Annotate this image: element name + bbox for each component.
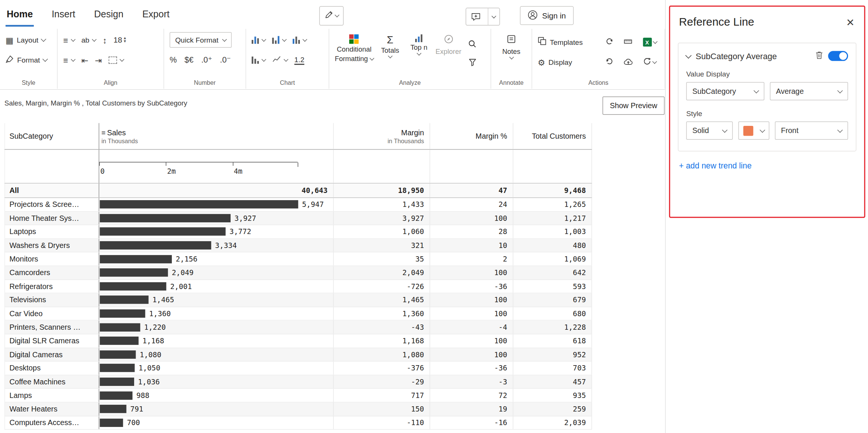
comment-dropdown[interactable] — [488, 8, 500, 25]
table-row[interactable]: Refrigerators 2,001 -726 -36 593 — [5, 280, 592, 293]
export-excel-button[interactable]: X — [640, 35, 659, 49]
sales-value: 1,168 — [142, 337, 164, 345]
pin-chart-dropdown[interactable] — [252, 52, 266, 67]
edit-mode-button[interactable] — [319, 6, 344, 25]
field-dropdown[interactable]: SubCategory — [686, 82, 764, 101]
chevron-down-icon — [837, 127, 843, 133]
sales-value: 2,156 — [176, 255, 197, 263]
line-height-icon[interactable]: ↕ — [103, 36, 107, 44]
col-total-customers[interactable]: Total Customers — [513, 123, 592, 149]
col-margin-pct[interactable]: Margin % — [429, 123, 513, 149]
add-comment-button[interactable] — [466, 8, 500, 26]
collapse-chevron-icon[interactable] — [685, 52, 692, 58]
col-sales[interactable]: ≡Sales in Thousands — [99, 123, 333, 149]
layout-dropdown[interactable]: ▦ Layout — [6, 32, 52, 47]
table-row[interactable]: Washers & Dryers 3,334 321 10 480 — [5, 239, 592, 252]
close-panel-button[interactable]: × — [844, 16, 856, 27]
table-row[interactable]: Lamps 988 717 72 935 — [5, 389, 592, 402]
show-preview-button[interactable]: Show Preview — [602, 96, 665, 115]
table-row[interactable]: Water Heaters 791 150 19 259 — [5, 402, 592, 416]
table-row[interactable]: Televisions 1,465 1,465 100 679 — [5, 294, 592, 307]
totals-button[interactable]: Σ Totals — [378, 34, 402, 58]
aggregation-dropdown[interactable]: Average — [770, 82, 848, 101]
customers-value: 952 — [513, 348, 592, 361]
indent-increase-icon[interactable]: ⇥ — [95, 56, 102, 64]
row-category: Computers Access… — [5, 416, 99, 429]
table-row[interactable]: Monitors 2,156 35 2 1,069 — [5, 252, 592, 266]
bar-chart-dropdown[interactable] — [252, 32, 266, 47]
step-down-icon[interactable]: ▾ — [124, 40, 126, 43]
currency-format-button[interactable]: $€ — [185, 55, 194, 64]
line-enabled-toggle[interactable] — [828, 51, 848, 61]
redo-button[interactable] — [602, 55, 616, 69]
row-category: Coffee Machines — [5, 375, 99, 389]
delete-line-button[interactable] — [815, 51, 823, 61]
table-row[interactable]: Digital Cameras 1,080 1,080 100 952 — [5, 348, 592, 361]
table-row[interactable]: Digital SLR Cameras 1,168 1,168 100 618 — [5, 334, 592, 348]
col-margin[interactable]: Margin in Thousands — [333, 123, 429, 149]
decrease-decimal-button[interactable]: .0⁻ — [220, 55, 231, 64]
filter-button[interactable] — [466, 57, 479, 70]
total-sales: 40,643 — [99, 184, 333, 197]
table-row[interactable]: Coffee Machines 1,036 -29 -3 457 — [5, 375, 592, 389]
quick-format-dropdown[interactable]: Quick Format — [170, 32, 232, 47]
sales-value: 700 — [127, 419, 140, 427]
cloud-upload-button[interactable] — [621, 55, 634, 69]
col-subcategory[interactable]: SubCategory — [5, 123, 99, 149]
table-row[interactable]: Camcorders 2,049 2,049 100 642 — [5, 266, 592, 280]
line-style-dropdown[interactable]: Solid — [686, 121, 733, 140]
ribbon-tab[interactable]: Export — [141, 7, 171, 22]
add-trend-line-link[interactable]: + add new trend line — [679, 161, 752, 170]
font-size-stepper[interactable]: 18 ▴▾ — [113, 35, 126, 44]
ribbon-tab[interactable]: Home — [6, 7, 34, 22]
undo-button[interactable] — [602, 35, 616, 49]
reference-line-card: SubCategory Average Value Display SubCat… — [678, 43, 856, 151]
list-style-dropdown[interactable]: ≡ — [63, 32, 75, 47]
alignment-dropdown[interactable]: ≡ — [63, 52, 75, 67]
refresh-button[interactable] — [640, 55, 659, 69]
chevron-down-icon — [335, 12, 339, 17]
line-position-dropdown[interactable]: Front — [775, 121, 848, 140]
reference-line-name: SubCategory Average — [695, 51, 777, 61]
line-chart-dropdown[interactable] — [272, 52, 287, 67]
sales-axis: 02m4m — [99, 162, 298, 177]
decimal-places-button[interactable]: 1.2 — [294, 55, 304, 64]
table-row[interactable]: Computers Access… 700 -110 -16 2,039 — [5, 416, 592, 430]
top-n-button[interactable]: Top n — [407, 34, 431, 55]
increase-decimal-button[interactable]: .0⁺ — [201, 55, 212, 64]
table-row[interactable]: Printers, Scanners … 1,220 -43 -4 1,228 — [5, 321, 592, 334]
table-row[interactable]: Projectors & Scree… 5,947 1,433 24 1,265 — [5, 198, 592, 211]
display-button[interactable]: ⚙ Display — [538, 54, 597, 70]
customers-value: 480 — [513, 239, 592, 252]
margin-value: 1,360 — [333, 307, 429, 320]
borders-dropdown[interactable] — [108, 52, 124, 67]
sign-in-button[interactable]: Sign in — [520, 6, 573, 25]
percent-format-button[interactable]: % — [170, 55, 177, 64]
format-dropdown[interactable]: Format — [6, 52, 52, 67]
table-row[interactable]: Car Video 1,360 1,360 100 680 — [5, 307, 592, 321]
conditional-formatting-button[interactable]: Conditional Formatting — [335, 34, 374, 63]
search-button[interactable] — [466, 38, 479, 51]
fit-size-button[interactable] — [621, 35, 634, 49]
table-row[interactable]: Desktops 1,050 -376 -36 703 — [5, 361, 592, 375]
combo-chart-dropdown[interactable] — [293, 32, 307, 47]
column-chart-dropdown[interactable] — [272, 32, 286, 47]
row-category: Printers, Scanners … — [5, 321, 99, 334]
table-row[interactable]: Laptops 3,772 1,060 28 1,003 — [5, 225, 592, 239]
ribbon: HomeInsertDesignExport Sign in — [0, 0, 665, 90]
total-row[interactable]: All 40,643 18,950 47 9,468 — [5, 183, 592, 198]
templates-button[interactable]: Templates — [538, 34, 597, 50]
customers-value: 1,217 — [513, 211, 592, 225]
margin-value: -43 — [333, 321, 429, 334]
text-case-dropdown[interactable]: ab — [81, 32, 96, 47]
indent-decrease-icon[interactable]: ⇤ — [81, 56, 89, 64]
table-row[interactable]: Home Theater Sys… 3,927 3,927 100 1,217 — [5, 211, 592, 225]
ribbon-tab[interactable]: Insert — [50, 7, 76, 22]
margin-value: 1,465 — [333, 294, 429, 307]
ribbon-group-chart: 1.2 Chart — [246, 29, 329, 89]
row-category: Washers & Dryers — [5, 239, 99, 252]
notes-button[interactable]: Notes — [499, 34, 524, 59]
row-sales-cell: 3,334 — [99, 239, 333, 252]
ribbon-tab[interactable]: Design — [93, 7, 125, 22]
line-color-dropdown[interactable] — [738, 121, 769, 140]
